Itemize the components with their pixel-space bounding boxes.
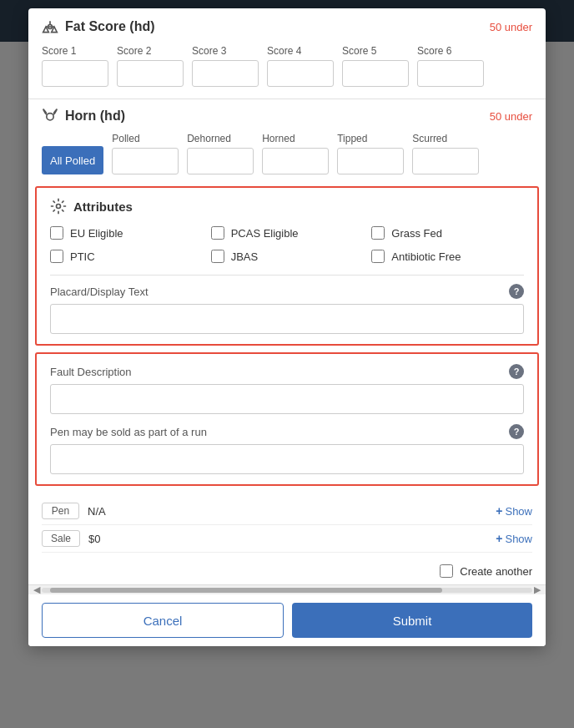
placard-label: Placard/Display Text xyxy=(50,286,149,298)
score-1-col: Score 1 xyxy=(42,45,108,87)
ptic-label: PTIC xyxy=(70,250,95,263)
dehorned-col: Dehorned xyxy=(187,133,254,174)
pen-run-help-icon[interactable]: ? xyxy=(509,424,524,439)
attributes-section: Attributes EU Eligible PCAS Eligible Gra… xyxy=(35,186,539,346)
fat-score-under: 50 under xyxy=(490,21,532,33)
scroll-track[interactable] xyxy=(42,588,532,593)
jbas-label: JBAS xyxy=(231,250,259,263)
scurred-label: Scurred xyxy=(412,133,479,144)
pen-badge: Pen xyxy=(42,503,79,519)
svg-point-4 xyxy=(57,205,61,209)
all-polled-button[interactable]: All Polled xyxy=(42,146,103,174)
eu-eligible-label: EU Eligible xyxy=(70,227,123,240)
pen-run-label: Pen may be sold as part of a run xyxy=(50,426,207,438)
pen-show-button[interactable]: + Show xyxy=(496,504,532,518)
scores-row: Score 1 Score 2 Score 3 Score 4 Score 5 … xyxy=(28,42,546,99)
score-3-label: Score 3 xyxy=(192,45,259,57)
jbas-item[interactable]: JBAS xyxy=(211,250,364,263)
grass-fed-checkbox[interactable] xyxy=(371,226,385,240)
pcas-eligible-item[interactable]: PCAS Eligible xyxy=(211,226,364,240)
dehorned-label: Dehorned xyxy=(187,133,254,144)
create-another-row: Create another xyxy=(28,558,546,584)
scroll-right-arrow[interactable]: ▶ xyxy=(532,584,542,595)
sale-plus-icon: + xyxy=(496,532,502,545)
polled-label: Polled xyxy=(112,133,179,144)
score-2-label: Score 2 xyxy=(117,45,184,57)
modal-dialog: Fat Score (hd) 50 under Score 1 Score 2 … xyxy=(28,8,546,646)
svg-point-3 xyxy=(47,114,53,120)
polled-col: Polled xyxy=(112,133,179,174)
pcas-eligible-checkbox[interactable] xyxy=(211,226,224,240)
tipped-label: Tipped xyxy=(337,133,404,144)
pen-row: Pen N/A + Show xyxy=(42,498,532,525)
pen-run-input[interactable] xyxy=(50,444,524,474)
horned-input[interactable] xyxy=(262,148,329,174)
horned-col: Horned xyxy=(262,133,329,174)
fault-input[interactable] xyxy=(50,384,524,414)
score-5-input[interactable] xyxy=(342,60,409,87)
placard-input[interactable] xyxy=(50,304,524,334)
horn-section: Horn (hd) 50 under All Polled Polled Deh… xyxy=(28,99,546,186)
pen-value: N/A xyxy=(88,505,496,518)
bull-icon xyxy=(42,108,58,124)
placard-help-icon[interactable]: ? xyxy=(509,284,524,299)
scroll-bar-area: ◀ ▶ xyxy=(28,584,546,594)
ptic-checkbox[interactable] xyxy=(50,250,63,263)
ptic-item[interactable]: PTIC xyxy=(50,250,203,263)
placard-header: Placard/Display Text ? xyxy=(50,284,524,299)
submit-button[interactable]: Submit xyxy=(292,603,532,638)
sale-show-label: Show xyxy=(505,533,532,545)
pen-plus-icon: + xyxy=(496,504,502,518)
antibiotic-free-item[interactable]: Antibiotic Free xyxy=(371,250,524,263)
score-5-label: Score 5 xyxy=(342,45,409,57)
create-another-label: Create another xyxy=(460,565,532,578)
cancel-button[interactable]: Cancel xyxy=(42,603,284,638)
fault-section: Fault Description ? Pen may be sold as p… xyxy=(35,352,539,486)
horn-title: Horn (hd) xyxy=(42,108,125,124)
fault-label: Fault Description xyxy=(50,366,132,378)
score-3-col: Score 3 xyxy=(192,45,259,87)
polled-input[interactable] xyxy=(112,148,179,174)
score-5-col: Score 5 xyxy=(342,45,409,87)
score-2-input[interactable] xyxy=(117,60,184,87)
score-3-input[interactable] xyxy=(192,60,259,87)
scurred-col: Scurred xyxy=(412,133,479,174)
eu-eligible-checkbox[interactable] xyxy=(50,226,63,240)
sale-value: $0 xyxy=(88,533,496,545)
horn-under: 50 under xyxy=(490,110,532,123)
modal-overlay: Fat Score (hd) 50 under Score 1 Score 2 … xyxy=(0,0,574,728)
pcas-eligible-label: PCAS Eligible xyxy=(231,227,299,240)
pen-show-label: Show xyxy=(505,505,532,518)
antibiotic-free-label: Antibiotic Free xyxy=(391,250,461,263)
attributes-title: Attributes xyxy=(50,198,524,215)
create-another-checkbox[interactable] xyxy=(440,564,453,578)
scroll-left-arrow[interactable]: ◀ xyxy=(32,584,42,595)
placard-section: Placard/Display Text ? xyxy=(50,275,524,334)
dehorned-input[interactable] xyxy=(187,148,254,174)
sale-row: Sale $0 + Show xyxy=(42,525,532,553)
sale-badge: Sale xyxy=(42,530,80,547)
scroll-thumb xyxy=(50,588,442,593)
fat-score-title: Fat Score (hd) xyxy=(42,18,155,35)
pen-run-header: Pen may be sold as part of a run ? xyxy=(50,424,524,439)
fat-score-header: Fat Score (hd) 50 under xyxy=(28,8,546,42)
score-1-input[interactable] xyxy=(42,60,108,87)
antibiotic-free-checkbox[interactable] xyxy=(371,250,385,263)
grass-fed-label: Grass Fed xyxy=(391,227,442,240)
fault-help-icon[interactable]: ? xyxy=(509,364,524,379)
jbas-checkbox[interactable] xyxy=(211,250,224,263)
score-4-input[interactable] xyxy=(267,60,334,87)
sale-show-button[interactable]: + Show xyxy=(496,532,532,545)
score-6-input[interactable] xyxy=(417,60,484,87)
score-4-label: Score 4 xyxy=(267,45,334,57)
score-6-label: Score 6 xyxy=(417,45,484,57)
scurred-input[interactable] xyxy=(412,148,479,174)
all-polled-col: All Polled xyxy=(42,146,103,174)
grass-fed-item[interactable]: Grass Fed xyxy=(371,226,524,240)
score-4-col: Score 4 xyxy=(267,45,334,87)
tipped-input[interactable] xyxy=(337,148,404,174)
tipped-col: Tipped xyxy=(337,133,404,174)
pen-sale-area: Pen N/A + Show Sale $0 + Show xyxy=(28,493,546,558)
fault-header: Fault Description ? xyxy=(50,364,524,379)
eu-eligible-item[interactable]: EU Eligible xyxy=(50,226,203,240)
